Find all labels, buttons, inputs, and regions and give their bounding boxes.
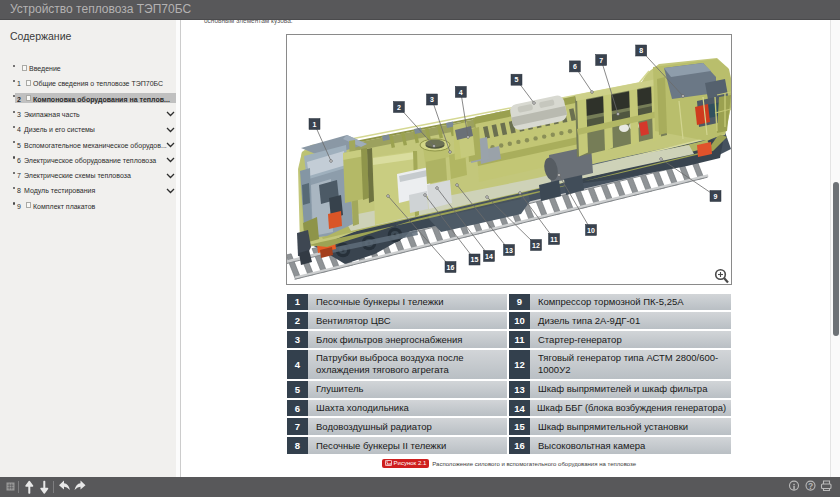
- svg-text:8: 8: [639, 47, 643, 54]
- svg-text:6: 6: [573, 63, 577, 70]
- svg-text:2: 2: [397, 104, 401, 111]
- svg-text:12: 12: [532, 242, 540, 249]
- svg-text:7: 7: [599, 57, 603, 64]
- svg-text:16: 16: [447, 264, 455, 271]
- svg-text:9: 9: [714, 193, 718, 200]
- svg-text:11: 11: [550, 236, 558, 243]
- svg-text:13: 13: [505, 247, 513, 254]
- svg-text:4: 4: [459, 89, 463, 96]
- svg-text:1: 1: [313, 121, 317, 128]
- svg-text:?: ?: [808, 481, 813, 491]
- svg-text:14: 14: [485, 253, 493, 260]
- svg-text:15: 15: [471, 256, 479, 263]
- svg-text:3: 3: [430, 96, 434, 103]
- svg-text:10: 10: [587, 227, 595, 234]
- svg-text:5: 5: [515, 76, 519, 83]
